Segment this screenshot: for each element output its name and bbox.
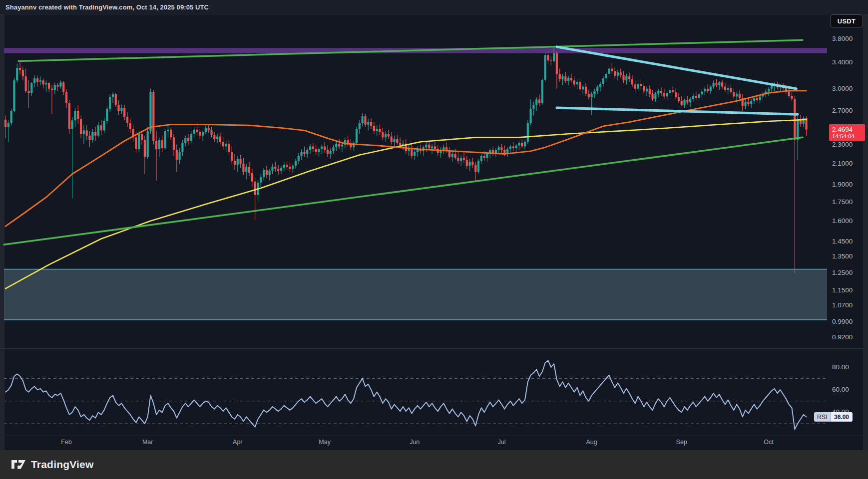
candle — [535, 99, 537, 104]
price-axis-label: 0.9200 — [832, 333, 865, 342]
candle — [637, 84, 639, 89]
candle — [469, 162, 471, 166]
price-axis-label: 1.2500 — [832, 268, 865, 277]
candle — [237, 159, 239, 165]
tradingview-snapshot: Shayannv created with TradingView.com, O… — [0, 0, 868, 479]
candle — [367, 122, 369, 125]
candle — [306, 150, 308, 154]
candle — [730, 88, 732, 92]
candle — [22, 70, 24, 76]
candle — [724, 87, 726, 90]
candle — [199, 132, 201, 136]
candle — [463, 158, 465, 160]
price-axis-label: 3.8000 — [832, 34, 865, 43]
candle — [170, 130, 172, 138]
candle — [324, 146, 326, 150]
candle — [4, 120, 6, 127]
candle — [538, 99, 540, 103]
teal-support-zone — [4, 269, 827, 320]
candle — [791, 96, 793, 99]
candle — [515, 146, 517, 149]
candle — [721, 82, 723, 86]
chart-canvas[interactable] — [0, 0, 868, 479]
candle — [13, 80, 15, 111]
month-label-feb: Feb — [61, 439, 72, 446]
candle — [309, 146, 311, 150]
candle — [530, 109, 532, 123]
candle — [274, 167, 276, 169]
candle — [135, 137, 137, 149]
tradingview-logo[interactable]: TradingView — [11, 459, 94, 471]
candle — [506, 149, 508, 153]
candle — [547, 55, 549, 60]
candle — [471, 162, 473, 165]
candle — [495, 150, 497, 153]
candle — [733, 92, 735, 97]
candle — [33, 78, 35, 83]
candle — [573, 80, 575, 84]
candle — [579, 82, 581, 89]
candle — [509, 146, 511, 149]
candle — [457, 158, 459, 161]
candle — [65, 92, 67, 103]
candle — [48, 83, 50, 89]
candle — [176, 150, 178, 160]
candle — [190, 134, 192, 141]
candle — [532, 105, 534, 109]
candle — [115, 94, 117, 105]
candle — [391, 137, 393, 142]
candle — [654, 94, 656, 99]
candle — [68, 103, 70, 129]
candle — [666, 93, 668, 96]
candle — [695, 96, 697, 98]
candle — [94, 132, 96, 136]
candle — [210, 130, 212, 135]
symbol-currency-badge: USDT — [830, 14, 863, 27]
attribution-text: Shayannv created with TradingView.com, O… — [5, 3, 209, 11]
price-axis-label: 1.1500 — [832, 286, 865, 295]
candle — [599, 84, 601, 87]
candle — [474, 165, 476, 172]
candle — [59, 82, 61, 86]
candle — [701, 91, 703, 94]
candle — [460, 158, 462, 161]
candle — [245, 167, 247, 172]
candle — [7, 123, 9, 127]
candle — [25, 76, 27, 91]
price-axis-label: 1.4500 — [832, 237, 865, 246]
candle — [428, 145, 430, 148]
candle — [260, 177, 262, 183]
candle — [248, 167, 250, 173]
price-badge-value: 2.4694 — [832, 126, 865, 133]
candle — [312, 146, 314, 149]
candle — [718, 82, 720, 85]
month-label-may: May — [319, 439, 331, 446]
candle — [370, 122, 372, 126]
candle — [315, 149, 317, 152]
candle — [556, 53, 558, 74]
candle — [286, 165, 288, 167]
candle — [10, 111, 12, 123]
candle — [155, 141, 157, 149]
candle — [466, 160, 468, 166]
candle — [341, 145, 343, 147]
candle — [393, 139, 395, 142]
candle — [675, 92, 677, 97]
candle — [498, 147, 500, 150]
candle — [521, 143, 523, 146]
candle — [123, 108, 125, 117]
rsi-axis-label: 80.00 — [832, 363, 865, 372]
candle — [672, 90, 674, 92]
candle — [129, 123, 131, 129]
candle — [152, 92, 154, 141]
month-label-jun: Jun — [410, 439, 420, 446]
candle — [794, 99, 796, 140]
price-axis-label: 3.4000 — [832, 58, 865, 67]
candle — [588, 94, 590, 97]
candle — [492, 150, 494, 153]
candle — [585, 87, 587, 94]
candle — [727, 88, 729, 90]
flat-cyan — [557, 108, 798, 114]
candle — [451, 154, 453, 157]
candle — [147, 131, 149, 157]
